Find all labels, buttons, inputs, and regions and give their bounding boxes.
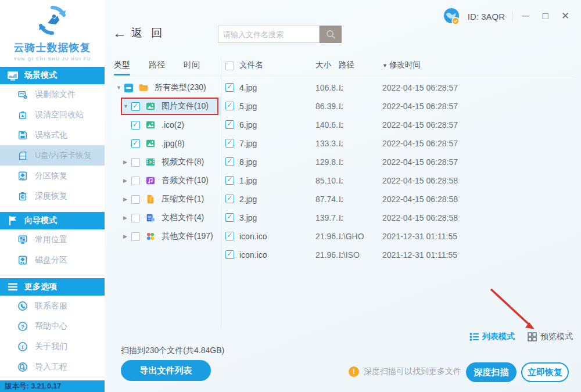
file-path: I: bbox=[339, 116, 343, 134]
back-button[interactable]: ← 返 回 bbox=[113, 26, 165, 41]
annotation-arrow bbox=[482, 280, 546, 336]
sidebar-section-header[interactable]: 场景模式 bbox=[0, 67, 105, 84]
checkbox[interactable] bbox=[131, 214, 140, 222]
sidebar-section: 场景模式误删除文件误清空回收站误格式化U盘/内存卡恢复分区恢复深度恢复 bbox=[0, 67, 105, 206]
view-mode-toggle: 列表模式 预览模式 bbox=[469, 332, 573, 342]
tree-node[interactable]: ▶文档文件(4) bbox=[105, 208, 221, 227]
file-mtime: 2022-04-15 06:28:57 bbox=[382, 153, 458, 171]
sidebar-item[interactable]: 导入工程 bbox=[0, 357, 105, 377]
tree-tab[interactable]: 类型 bbox=[105, 60, 139, 75]
app-window: 云骑士数据恢复 YUN QI SHI SHU JU HUI FU 场景模式误删除… bbox=[0, 0, 581, 392]
tree-node-label: 其他文件(197) bbox=[162, 231, 213, 242]
sidebar-item[interactable]: 误清空回收站 bbox=[0, 105, 105, 125]
sidebar-item-label: 深度恢复 bbox=[35, 191, 67, 202]
tree-node[interactable]: .jpg(8) bbox=[105, 134, 221, 153]
column-header-name[interactable]: 文件名 bbox=[239, 60, 263, 70]
checkbox[interactable] bbox=[131, 139, 140, 148]
sidebar-section-label: 向导模式 bbox=[24, 215, 57, 226]
sidebar-item[interactable]: !关于我们 bbox=[0, 336, 105, 357]
file-row[interactable]: 2.jpg87.74...I:2022-04-15 06:28:58 bbox=[221, 190, 581, 208]
file-name: icon.ico bbox=[239, 246, 267, 264]
tree-node[interactable]: .ico(2) bbox=[105, 116, 221, 134]
tree-node-label: 图片文件(10) bbox=[162, 101, 209, 112]
close-icon[interactable]: ✕ bbox=[559, 10, 572, 23]
scene-mode-icon bbox=[7, 70, 19, 81]
file-row[interactable]: 8.jpg129.8...I:2022-04-15 06:28:57 bbox=[221, 153, 581, 171]
select-all-checkbox[interactable] bbox=[225, 62, 234, 70]
row-checkbox[interactable] bbox=[225, 232, 234, 240]
recover-now-button[interactable]: 立即恢复 bbox=[521, 362, 569, 382]
row-checkbox[interactable] bbox=[225, 157, 234, 166]
collapse-arrow-icon[interactable]: ▼ bbox=[116, 85, 124, 91]
checkbox[interactable] bbox=[131, 232, 140, 241]
export-file-list-button[interactable]: 导出文件列表 bbox=[121, 360, 211, 381]
sidebar-item[interactable]: 深度恢复 bbox=[0, 186, 105, 206]
tree-node[interactable]: ▶视频文件(8) bbox=[105, 153, 221, 171]
expand-arrow-icon[interactable]: ▶ bbox=[123, 233, 131, 239]
svg-text:?: ? bbox=[21, 323, 24, 329]
row-checkbox[interactable] bbox=[225, 176, 234, 185]
maximize-icon[interactable]: □ bbox=[539, 10, 552, 23]
row-checkbox[interactable] bbox=[225, 195, 234, 203]
tree-node-label: 压缩文件(1) bbox=[162, 194, 204, 204]
checkbox[interactable] bbox=[124, 84, 133, 92]
list-mode-icon bbox=[469, 332, 479, 341]
search-input[interactable] bbox=[218, 26, 320, 43]
file-row[interactable]: icon.ico21.96...I:\ISO2021-12-31 01:11:5… bbox=[221, 246, 581, 264]
account-globe-icon[interactable] bbox=[442, 7, 461, 26]
file-row[interactable]: 1.jpg85.10...I:2022-04-15 06:28:58 bbox=[221, 171, 581, 190]
sidebar-item[interactable]: 常用位置 bbox=[0, 229, 105, 250]
checkbox[interactable] bbox=[131, 158, 140, 167]
sidebar-item[interactable]: 误格式化 bbox=[0, 125, 105, 145]
row-checkbox[interactable] bbox=[225, 250, 234, 259]
column-header-mtime[interactable]: ▼修改时间 bbox=[382, 60, 421, 70]
tree-node[interactable]: ▼图片文件(10) bbox=[105, 97, 221, 116]
list-mode-button[interactable]: 列表模式 bbox=[469, 332, 515, 342]
sidebar-section-header[interactable]: 更多选项 bbox=[0, 278, 105, 296]
sidebar-item[interactable]: ?帮助中心 bbox=[0, 316, 105, 336]
row-checkbox[interactable] bbox=[225, 139, 234, 148]
partition-recover-icon bbox=[17, 171, 28, 181]
file-row[interactable]: 3.jpg139.7...I:2022-04-15 06:28:58 bbox=[221, 208, 581, 227]
tree-node[interactable]: ▼所有类型(230) bbox=[105, 78, 221, 97]
deep-scan-hint-text: 深度扫描可以找到更多文件 bbox=[364, 366, 461, 377]
usb-sdcard-icon bbox=[17, 150, 28, 161]
preview-mode-button[interactable]: 预览模式 bbox=[528, 332, 573, 342]
checkbox[interactable] bbox=[131, 121, 140, 130]
sidebar-item[interactable]: 联系客服 bbox=[0, 296, 105, 316]
column-header-path[interactable]: 路径 bbox=[339, 60, 354, 70]
tree-node[interactable]: ▶压缩文件(1) bbox=[105, 190, 221, 208]
row-checkbox[interactable] bbox=[225, 120, 234, 129]
sidebar-item[interactable]: U盘/内存卡恢复 bbox=[0, 145, 105, 166]
column-header-size[interactable]: 大小 bbox=[315, 60, 331, 70]
search-button[interactable] bbox=[320, 26, 342, 43]
tree-node[interactable]: ▶音频文件(10) bbox=[105, 171, 221, 190]
file-row[interactable]: icon.ico21.96...I:\GHO2021-12-31 01:11:5… bbox=[221, 227, 581, 246]
expand-arrow-icon[interactable]: ▶ bbox=[123, 159, 131, 165]
file-row[interactable]: 7.jpg133.3...I:2022-04-15 06:28:57 bbox=[221, 134, 581, 153]
checkbox[interactable] bbox=[131, 102, 140, 111]
checkbox[interactable] bbox=[131, 177, 140, 185]
checkbox[interactable] bbox=[131, 195, 140, 204]
file-row[interactable]: 4.jpg106.8...I:2022-04-15 06:28:57 bbox=[221, 78, 581, 97]
sidebar-item[interactable]: 分区恢复 bbox=[0, 166, 105, 186]
app-title: 云骑士数据恢复 bbox=[0, 41, 105, 55]
sidebar-section-header[interactable]: 向导模式 bbox=[0, 212, 105, 229]
row-checkbox[interactable] bbox=[225, 83, 234, 92]
sidebar-item[interactable]: 磁盘分区 bbox=[0, 250, 105, 270]
expand-arrow-icon[interactable]: ▶ bbox=[123, 196, 131, 202]
sidebar-item[interactable]: 误删除文件 bbox=[0, 84, 105, 105]
deep-scan-button[interactable]: 深度扫描 bbox=[466, 362, 517, 382]
tree-node[interactable]: ▶其他文件(197) bbox=[105, 227, 221, 246]
row-checkbox[interactable] bbox=[225, 102, 234, 110]
collapse-arrow-icon[interactable]: ▼ bbox=[123, 103, 131, 109]
file-row[interactable]: 6.jpg140.6...I:2022-04-15 06:28:57 bbox=[221, 116, 581, 134]
tree-tab[interactable]: 路径 bbox=[139, 60, 174, 75]
minimize-icon[interactable]: ─ bbox=[519, 10, 532, 23]
expand-arrow-icon[interactable]: ▶ bbox=[123, 215, 131, 221]
deleted-file-icon bbox=[17, 89, 28, 100]
tree-tab[interactable]: 时间 bbox=[174, 60, 209, 75]
row-checkbox[interactable] bbox=[225, 213, 234, 222]
file-row[interactable]: 5.jpg86.39...I:2022-04-15 06:28:57 bbox=[221, 97, 581, 116]
expand-arrow-icon[interactable]: ▶ bbox=[123, 178, 131, 184]
